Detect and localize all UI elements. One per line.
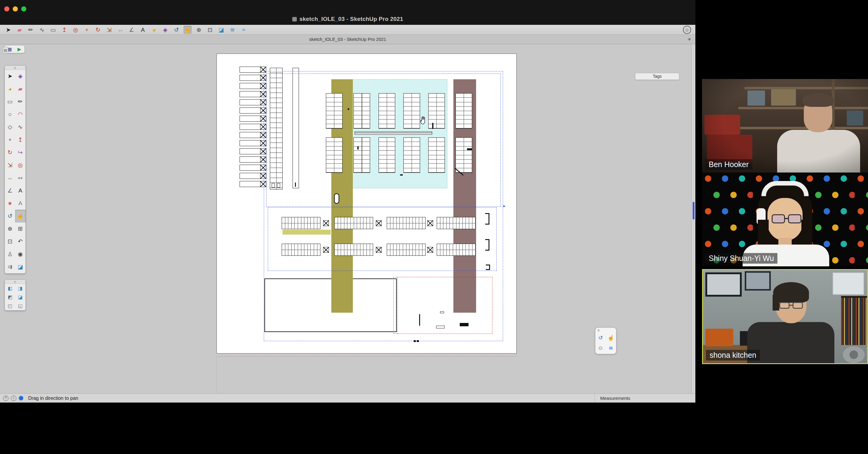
scale-tool-icon[interactable]: ⇲ (5, 159, 15, 172)
extension-tool-icon[interactable]: ≈ (240, 26, 248, 34)
freehand-tool-icon[interactable]: ∿ (38, 26, 46, 34)
plan-shelf-row[interactable] (240, 67, 266, 73)
tape-measure-tool-icon[interactable]: ↔ (116, 26, 124, 34)
zoom-extents-tool-icon[interactable]: ⊡ (5, 235, 15, 248)
plan-mark[interactable] (417, 340, 419, 342)
rectangle-tool-icon[interactable]: ▭ (5, 95, 15, 108)
offset-tool-icon[interactable]: ◎ (15, 159, 26, 172)
pan-tool-icon[interactable]: ☝ (184, 26, 192, 34)
section-display-tool-icon[interactable]: ◩ (5, 293, 15, 301)
text-tool-icon[interactable]: A (139, 26, 147, 34)
move-tool-icon[interactable]: + (83, 26, 91, 34)
help-icon[interactable]: ? (3, 396, 8, 401)
plan-shelf-row[interactable] (240, 99, 266, 105)
eraser-tool-icon[interactable]: ▰ (16, 26, 24, 34)
axes-tool-icon[interactable]: ∗ (5, 197, 15, 210)
previous-view-tool-icon[interactable]: ↶ (15, 235, 26, 248)
zoom-out-icon[interactable]: ⊖ (595, 343, 606, 353)
plan-mark[interactable] (419, 314, 420, 326)
pan-icon[interactable]: ☝ (606, 333, 616, 343)
polygon-tool-icon[interactable]: ◇ (5, 121, 15, 133)
paint-bucket-tool-icon[interactable]: ◕ (150, 26, 158, 34)
plan-mark[interactable] (348, 108, 349, 110)
select-tool-icon[interactable]: ➤ (4, 26, 12, 34)
scrollbar-track[interactable] (691, 44, 695, 393)
plan-shelf-row[interactable] (240, 75, 266, 81)
tape-measure-tool-icon[interactable]: ↔ (5, 172, 15, 184)
section-boundary-tool-icon[interactable]: ◨ (15, 284, 26, 293)
section-plane-tool-icon[interactable]: ◪ (217, 26, 225, 34)
plan-shelf-row[interactable] (240, 124, 266, 130)
eraser-tool-icon[interactable]: ▰ (15, 83, 26, 95)
plan-mark[interactable] (432, 123, 433, 129)
shadows-tool-icon[interactable]: ◰ (5, 301, 15, 310)
scrollbar-thumb[interactable] (693, 202, 694, 220)
plan-mark[interactable] (440, 312, 444, 313)
signin-avatar-icon[interactable]: ☺ (683, 26, 691, 34)
plan-shelf-row[interactable] (240, 140, 266, 146)
zoom-window-tool-icon[interactable]: ⊞ (15, 223, 26, 235)
geolocation-icon[interactable] (19, 396, 23, 400)
scale-tool-icon[interactable]: ⇲ (105, 26, 113, 34)
push-pull-tool-icon[interactable]: ↥ (15, 133, 26, 146)
styles-icon[interactable]: ≋ (606, 343, 616, 353)
info-icon[interactable]: i (11, 396, 17, 401)
follow-me-tool-icon[interactable]: ↪ (15, 146, 26, 159)
zoom-tool-icon[interactable]: ⊕ (5, 223, 15, 235)
circle-tool-icon[interactable]: ○ (5, 108, 15, 121)
drawing-canvas[interactable]: ▸ (217, 54, 517, 354)
new-tab-button[interactable]: + (687, 35, 691, 44)
plan-shelf-stack[interactable] (240, 67, 266, 189)
docked-tray-nub-icon[interactable]: ▤ (3, 47, 8, 54)
make-component-tool-icon[interactable]: ◈ (15, 70, 26, 83)
plan-mark[interactable] (467, 148, 472, 150)
line-tool-icon[interactable]: ✏ (15, 95, 26, 108)
protractor-tool-icon[interactable]: ∠ (127, 26, 136, 34)
plan-shelf-row[interactable] (240, 107, 266, 114)
minimize-window-button[interactable] (13, 6, 18, 11)
section-plane-tool-icon[interactable]: ◪ (15, 261, 26, 273)
plan-mark[interactable] (460, 323, 468, 326)
model-viewport[interactable]: ▤ ▦▶ ➤◈◕▰▭✏○◠◇∿+↥↻↪⇲◎↔⇿∠A∗A↺☝⊕⊞⊡↶♙◉⇉◪ ◧◨… (0, 44, 695, 393)
select-tool-icon[interactable]: ➤ (5, 70, 15, 83)
freehand-tool-icon[interactable]: ∿ (15, 121, 26, 133)
section-fill-tool-icon[interactable]: ◧ (5, 284, 15, 293)
palette-drag-handle[interactable] (5, 66, 26, 70)
plan-shelf-row[interactable] (240, 116, 266, 122)
video-tile-shiny-shuan-yi-wu[interactable]: Shiny Shuan-Yi Wu (702, 172, 868, 266)
component-tool-icon[interactable]: ◈ (161, 26, 169, 34)
play-icon[interactable]: ▶ (16, 46, 23, 53)
position-camera-tool-icon[interactable]: ♙ (5, 248, 15, 261)
styles-tool-icon[interactable]: ≋ (228, 26, 237, 34)
plan-mark[interactable] (436, 326, 444, 328)
fog-tool-icon[interactable]: ◱ (15, 301, 26, 310)
video-tile-ben-hooker[interactable]: Ben Hooker (702, 79, 868, 172)
plan-shelf-row[interactable] (240, 83, 266, 89)
plan-shelf-row[interactable] (240, 181, 266, 187)
plan-mark[interactable] (358, 146, 359, 150)
close-window-button[interactable] (4, 6, 9, 11)
video-tile-shona-kitchen[interactable]: shona kitchen (702, 269, 868, 364)
orbit-icon[interactable]: ↺ (595, 333, 606, 343)
line-tool-icon[interactable]: ✏ (27, 26, 35, 34)
plan-mark[interactable] (414, 340, 416, 342)
text-tool-icon[interactable]: A (15, 184, 26, 197)
pan-tool-icon[interactable]: ☝ (15, 210, 26, 223)
dimension-tool-icon[interactable]: ⇿ (15, 172, 26, 184)
plan-shelf-row[interactable] (240, 148, 266, 154)
walk-tool-icon[interactable]: ⇉ (5, 261, 15, 273)
document-tab-title[interactable]: sketch_IOLE_03 - SketchUp Pro 2021 (309, 37, 386, 42)
protractor-tool-icon[interactable]: ∠ (5, 184, 15, 197)
rotate-tool-icon[interactable]: ↻ (94, 26, 102, 34)
offset-tool-icon[interactable]: ◎ (71, 26, 80, 34)
orbit-tool-icon[interactable]: ↺ (172, 26, 181, 34)
palette-drag-handle[interactable] (5, 280, 26, 284)
document-tab-bar[interactable]: sketch_IOLE_03 - SketchUp Pro 2021 + (0, 35, 695, 44)
push-pull-tool-icon[interactable]: ↥ (60, 26, 68, 34)
arc-tool-icon[interactable]: ◠ (15, 108, 26, 121)
paint-bucket-tool-icon[interactable]: ◕ (5, 83, 15, 95)
rotate-tool-icon[interactable]: ↻ (5, 146, 15, 159)
measurements-input[interactable] (633, 395, 692, 401)
zoom-window-button[interactable] (21, 6, 26, 11)
plan-shelf-row[interactable] (240, 173, 266, 179)
